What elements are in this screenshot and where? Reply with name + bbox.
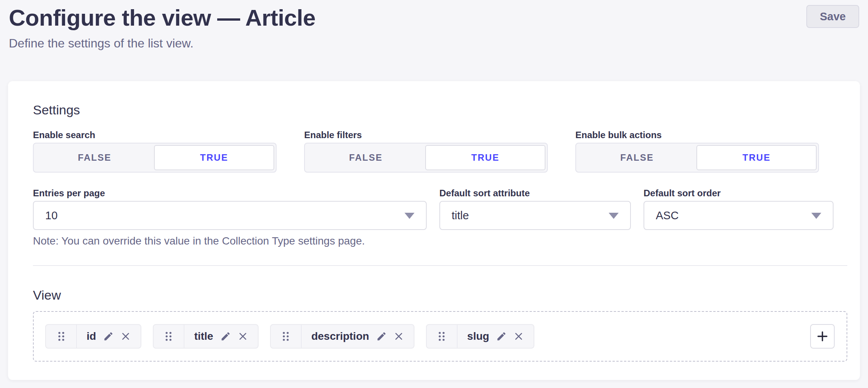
enable-filters-option-true[interactable]: TRUE [425, 145, 545, 170]
field-chip-title[interactable]: title [153, 324, 259, 349]
entries-per-page-select[interactable]: 10 [33, 201, 427, 230]
caret-down-icon [405, 213, 414, 219]
close-icon [238, 331, 248, 341]
close-icon [514, 331, 524, 341]
default-sort-attribute-label: Default sort attribute [439, 188, 631, 199]
remove-field-button[interactable] [121, 331, 131, 341]
enable-search-label: Enable search [33, 130, 277, 140]
field-drop-zone: id title [33, 311, 847, 362]
entries-per-page-value: 10 [45, 209, 57, 222]
field-chip-body: id [77, 325, 141, 348]
add-field-button[interactable] [810, 324, 835, 349]
view-heading: View [33, 287, 847, 303]
default-sort-attribute-field: Default sort attribute title [439, 188, 631, 230]
enable-filters-toggle[interactable]: FALSE TRUE [304, 143, 548, 173]
close-icon [121, 331, 131, 341]
enable-bulk-actions-option-true[interactable]: TRUE [696, 145, 817, 170]
field-chip-slug[interactable]: slug [426, 324, 535, 349]
drag-handle[interactable] [154, 325, 184, 348]
field-chip-description[interactable]: description [270, 324, 414, 349]
remove-field-button[interactable] [238, 331, 248, 341]
drag-handle[interactable] [46, 325, 77, 348]
entries-per-page-note: Note: You can override this value in the… [33, 235, 427, 247]
drag-handle-icon [57, 331, 66, 342]
drag-handle[interactable] [427, 325, 457, 348]
enable-filters-label: Enable filters [304, 130, 548, 140]
drag-handle-icon [282, 331, 290, 342]
edit-field-button[interactable] [220, 331, 231, 342]
field-chip-label: slug [467, 330, 490, 342]
page-title: Configure the view — Article [9, 5, 859, 31]
settings-card: Settings Enable search FALSE TRUE Enable… [8, 81, 860, 380]
edit-field-button[interactable] [103, 331, 114, 342]
page-header: Configure the view — Article Define the … [0, 0, 868, 51]
field-chip-label: id [87, 330, 96, 342]
enable-filters-option-false[interactable]: FALSE [306, 145, 425, 170]
close-icon [394, 331, 404, 341]
pencil-icon [103, 331, 114, 342]
field-chip-body: slug [457, 325, 534, 348]
enable-filters-field: Enable filters FALSE TRUE [304, 130, 548, 173]
selects-row: Entries per page 10 Note: You can overri… [33, 188, 847, 247]
default-sort-order-label: Default sort order [644, 188, 834, 199]
page-subtitle: Define the settings of the list view. [9, 36, 859, 51]
remove-field-button[interactable] [394, 331, 404, 341]
drag-handle-icon [437, 331, 446, 342]
field-chip-label: description [311, 330, 369, 342]
pencil-icon [376, 331, 387, 342]
caret-down-icon [811, 213, 821, 219]
enable-bulk-actions-option-false[interactable]: FALSE [578, 145, 696, 170]
default-sort-attribute-value: title [452, 209, 469, 222]
plus-icon [816, 330, 829, 343]
enable-bulk-actions-label: Enable bulk actions [575, 130, 819, 140]
caret-down-icon [609, 213, 619, 219]
enable-search-field: Enable search FALSE TRUE [33, 130, 277, 173]
edit-field-button[interactable] [496, 331, 507, 342]
entries-per-page-field: Entries per page 10 Note: You can overri… [33, 188, 427, 247]
enable-bulk-actions-toggle[interactable]: FALSE TRUE [575, 143, 819, 173]
field-chip-body: title [184, 325, 258, 348]
default-sort-attribute-select[interactable]: title [439, 201, 631, 230]
toggles-row: Enable search FALSE TRUE Enable filters … [33, 130, 847, 173]
drag-handle[interactable] [271, 325, 301, 348]
enable-search-option-true[interactable]: TRUE [154, 145, 274, 170]
save-button[interactable]: Save [806, 5, 859, 28]
enable-bulk-actions-field: Enable bulk actions FALSE TRUE [575, 130, 819, 173]
enable-search-option-false[interactable]: FALSE [35, 145, 154, 170]
default-sort-order-select[interactable]: ASC [644, 201, 834, 230]
field-chip-id[interactable]: id [45, 324, 141, 349]
edit-field-button[interactable] [376, 331, 387, 342]
section-divider [33, 265, 847, 266]
field-chip-body: description [301, 325, 414, 348]
enable-search-toggle[interactable]: FALSE TRUE [33, 143, 277, 173]
field-chip-label: title [194, 330, 213, 342]
entries-per-page-label: Entries per page [33, 188, 427, 199]
configure-view-page: Configure the view — Article Define the … [0, 0, 868, 388]
default-sort-order-field: Default sort order ASC [644, 188, 834, 230]
default-sort-order-value: ASC [656, 209, 679, 222]
drag-handle-icon [164, 331, 173, 342]
remove-field-button[interactable] [514, 331, 524, 341]
pencil-icon [496, 331, 507, 342]
pencil-icon [220, 331, 231, 342]
settings-heading: Settings [33, 102, 847, 117]
